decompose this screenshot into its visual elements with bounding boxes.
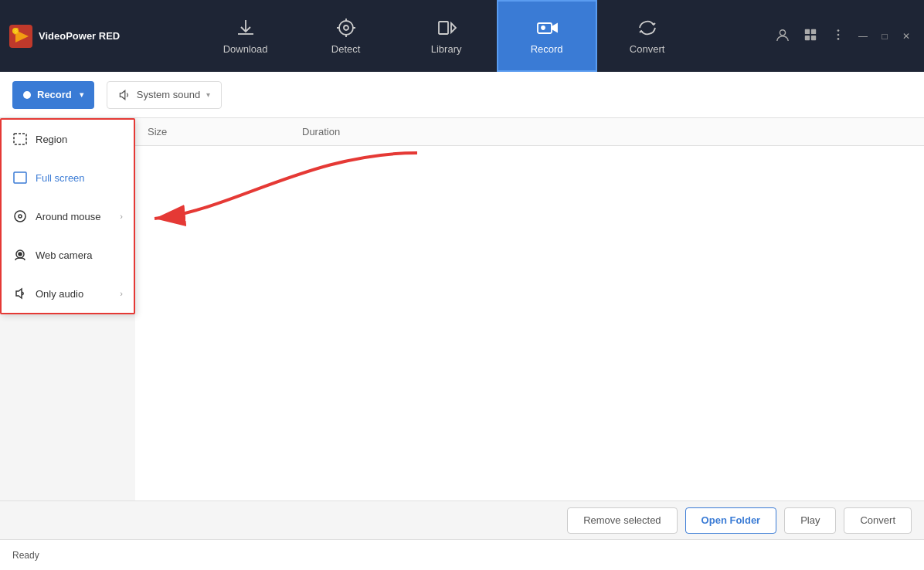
- more-icon[interactable]: [828, 25, 848, 48]
- fullscreen-icon: [12, 170, 28, 185]
- menu-item-fullscreen-label: Full screen: [36, 172, 85, 184]
- svg-rect-19: [14, 172, 26, 183]
- svg-point-21: [19, 215, 22, 218]
- col-size-header: Size: [148, 126, 302, 137]
- tab-record-label: Record: [531, 43, 563, 55]
- svg-point-16: [837, 33, 840, 36]
- tab-library[interactable]: Library: [396, 0, 497, 72]
- sound-chevron-icon: ▾: [206, 90, 210, 99]
- table-header: Size Duration: [135, 118, 924, 146]
- toolbar: Record ▾ System sound ▾: [0, 72, 924, 118]
- svg-rect-14: [811, 35, 816, 39]
- svg-point-10: [780, 29, 785, 35]
- user-icon[interactable]: [773, 25, 793, 48]
- menu-item-region-label: Region: [36, 134, 67, 145]
- table-body: [135, 146, 924, 539]
- sound-label: System sound: [137, 89, 200, 100]
- statusbar: Ready: [0, 539, 924, 570]
- svg-point-5: [344, 25, 348, 30]
- menu-item-around-mouse[interactable]: Around mouse ›: [2, 197, 134, 236]
- play-button[interactable]: Play: [784, 507, 836, 534]
- tab-record[interactable]: Record: [497, 0, 597, 72]
- content-area: Region Full screen Around mouse › W: [0, 118, 924, 539]
- convert-button[interactable]: Convert: [844, 507, 912, 534]
- record-chevron-icon: ▾: [80, 90, 83, 99]
- close-button[interactable]: ✕: [899, 29, 913, 43]
- record-btn-label: Record: [37, 89, 72, 100]
- svg-point-17: [837, 38, 840, 40]
- app-title: VideoPower RED: [39, 30, 120, 42]
- open-folder-button[interactable]: Open Folder: [685, 507, 777, 534]
- detect-icon: [335, 17, 357, 39]
- convert-icon: [637, 17, 658, 39]
- svg-text:⚡: ⚡: [12, 27, 20, 35]
- tab-download[interactable]: Download: [195, 0, 296, 72]
- download-icon: [235, 17, 256, 39]
- app-logo: ⚡ VideoPower RED: [9, 25, 120, 48]
- webcam-icon: [12, 247, 28, 263]
- remove-selected-button[interactable]: Remove selected: [567, 507, 677, 534]
- maximize-button[interactable]: □: [878, 29, 892, 43]
- table-area: Size Duration: [135, 118, 924, 539]
- svg-rect-13: [805, 35, 810, 39]
- svg-point-15: [837, 29, 840, 32]
- svg-marker-7: [451, 23, 456, 32]
- svg-rect-18: [14, 134, 26, 144]
- nav-tabs: Download Detect Library: [120, 0, 773, 72]
- sound-dropdown-button[interactable]: System sound ▾: [107, 81, 222, 109]
- sound-icon: [118, 89, 131, 101]
- svg-point-9: [542, 26, 545, 29]
- svg-rect-11: [805, 29, 810, 33]
- library-icon: [436, 17, 457, 39]
- svg-point-4: [339, 21, 353, 35]
- menu-item-only-audio[interactable]: Only audio ›: [2, 274, 134, 313]
- menu-item-webcamera-label: Web camera: [36, 249, 92, 261]
- tab-download-label: Download: [223, 43, 268, 55]
- tab-detect[interactable]: Detect: [296, 0, 396, 72]
- window-controls: — □ ✕: [773, 25, 913, 48]
- menu-item-around-mouse-label: Around mouse: [36, 211, 101, 222]
- menu-item-only-audio-label: Only audio: [36, 288, 83, 300]
- svg-point-20: [15, 211, 25, 222]
- grid-icon[interactable]: [800, 25, 820, 48]
- tab-library-label: Library: [431, 43, 462, 55]
- app-logo-icon: ⚡: [9, 25, 32, 48]
- audio-icon: [12, 286, 28, 301]
- titlebar: ⚡ VideoPower RED Download Detect: [0, 0, 924, 72]
- tab-convert[interactable]: Convert: [597, 0, 698, 72]
- record-dropdown-button[interactable]: Record ▾: [12, 81, 94, 109]
- around-mouse-chevron-icon: ›: [120, 212, 123, 221]
- record-dropdown-menu: Region Full screen Around mouse › W: [0, 118, 135, 314]
- action-bar: Remove selected Open Folder Play Convert: [0, 500, 924, 539]
- tab-detect-label: Detect: [331, 43, 361, 55]
- svg-point-23: [19, 253, 22, 256]
- minimize-button[interactable]: —: [856, 29, 870, 43]
- only-audio-chevron-icon: ›: [120, 289, 123, 298]
- record-icon: [536, 17, 558, 39]
- region-icon: [12, 131, 28, 147]
- status-text: Ready: [12, 550, 39, 561]
- svg-rect-12: [811, 29, 816, 33]
- svg-rect-6: [439, 22, 448, 34]
- mouse-icon: [12, 209, 28, 224]
- tab-convert-label: Convert: [630, 43, 665, 55]
- menu-item-webcamera[interactable]: Web camera: [2, 236, 134, 274]
- col-duration-header: Duration: [302, 126, 912, 137]
- menu-item-region[interactable]: Region: [2, 120, 134, 158]
- menu-item-fullscreen[interactable]: Full screen: [2, 158, 134, 197]
- record-dot: [23, 91, 31, 99]
